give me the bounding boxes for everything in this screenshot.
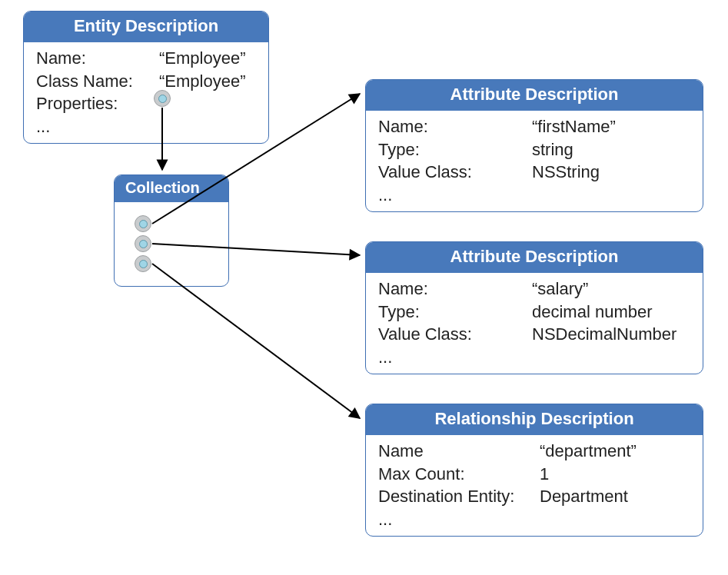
rel-destentity-label: Destination Entity:	[378, 485, 540, 508]
entity-description-box: Entity Description Name: “Employee” Clas…	[23, 11, 269, 144]
collection-header: Collection	[115, 175, 228, 202]
svg-line-3	[152, 264, 360, 418]
rel-maxcount-value: 1	[540, 463, 549, 486]
attr2-header: Attribute Description	[366, 242, 703, 273]
collection-box: Collection	[114, 174, 229, 287]
attr2-valueclass-value: NSDecimalNumber	[532, 323, 676, 346]
relationship-description-box: Relationship Description Name “departmen…	[365, 404, 703, 537]
rel-maxcount-label: Max Count:	[378, 463, 540, 486]
attr2-valueclass-label: Value Class:	[378, 323, 532, 346]
rel-name-value: “department”	[540, 440, 637, 463]
entity-body: Name: “Employee” Class Name: “Employee” …	[24, 42, 268, 143]
attr1-valueclass-value: NSString	[532, 161, 600, 184]
rel-name-label: Name	[378, 440, 540, 463]
attr2-type-label: Type:	[378, 301, 532, 324]
donut-icon	[135, 215, 151, 232]
donut-icon	[135, 255, 151, 272]
attribute-description-box-2: Attribute Description Name: “salary” Typ…	[365, 241, 703, 374]
entity-classname-label: Class Name:	[36, 70, 159, 93]
entity-name-label: Name:	[36, 47, 159, 70]
entity-properties-label: Properties:	[36, 92, 159, 115]
entity-classname-value: “Employee”	[159, 70, 245, 93]
attr1-name-value: “firstName”	[532, 115, 616, 138]
rel-destentity-value: Department	[540, 485, 628, 508]
attr2-name-label: Name:	[378, 278, 532, 301]
attr2-ellipsis: ...	[378, 346, 690, 369]
attr1-name-label: Name:	[378, 115, 532, 138]
attr1-type-value: string	[532, 138, 573, 161]
attr1-valueclass-label: Value Class:	[378, 161, 532, 184]
attr1-type-label: Type:	[378, 138, 532, 161]
attr2-type-value: decimal number	[532, 301, 653, 324]
donut-icon	[135, 235, 151, 252]
attr1-header: Attribute Description	[366, 80, 703, 111]
entity-name-value: “Employee”	[159, 47, 245, 70]
attribute-description-box-1: Attribute Description Name: “firstName” …	[365, 79, 703, 212]
attr2-body: Name: “salary” Type: decimal number Valu…	[366, 273, 703, 374]
rel-body: Name “department” Max Count: 1 Destinati…	[366, 435, 703, 536]
attr1-ellipsis: ...	[378, 184, 690, 207]
attr1-body: Name: “firstName” Type: string Value Cla…	[366, 111, 703, 211]
entity-header: Entity Description	[24, 12, 268, 42]
attr2-name-value: “salary”	[532, 278, 588, 301]
rel-header: Relationship Description	[366, 404, 703, 435]
rel-ellipsis: ...	[378, 508, 690, 531]
entity-ellipsis: ...	[36, 115, 256, 138]
donut-icon	[154, 90, 171, 107]
